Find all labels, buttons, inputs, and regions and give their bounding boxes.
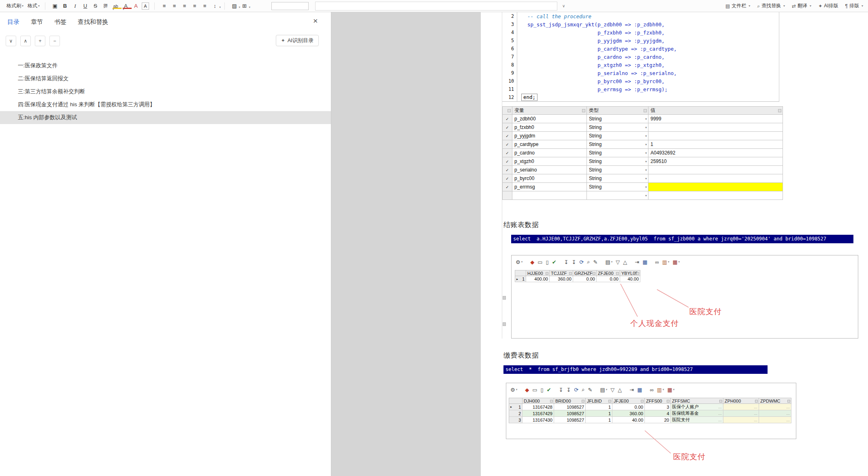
ai-recognize-toc-button[interactable]: ✦ AI识别目录 xyxy=(276,35,319,46)
ellipsis-button[interactable]: … xyxy=(754,412,757,416)
type-dropdown-icon[interactable]: ▾ xyxy=(645,143,647,146)
tab-toc[interactable]: 目录 xyxy=(7,18,19,26)
column-header[interactable]: BRID00 xyxy=(554,398,586,404)
cell[interactable]: 360.00 xyxy=(550,276,573,282)
param-row-checkbox[interactable]: ✓ xyxy=(503,174,512,183)
column-header[interactable]: HJJE00 xyxy=(526,270,550,276)
cell[interactable]: … xyxy=(759,417,791,423)
param-type-cell[interactable]: String▾ xyxy=(587,174,648,183)
close-icon[interactable]: ✕ xyxy=(313,17,318,25)
toc-item[interactable]: 三:第三方结算余额补交判断 xyxy=(0,85,331,98)
cell[interactable]: 40.00 xyxy=(612,417,645,423)
view-mode-icon[interactable]: ▤ xyxy=(600,387,607,393)
align-distribute-icon[interactable]: ≡ xyxy=(200,2,209,10)
param-header-variable[interactable]: 变量 xyxy=(512,107,587,115)
tab-find-replace[interactable]: 查找和替换 xyxy=(78,18,108,26)
param-row[interactable]: ✓p_serialnoString▾ xyxy=(503,166,783,174)
chart-icon[interactable]: ▥ xyxy=(657,387,664,393)
cell[interactable]: 1 xyxy=(586,404,612,410)
type-dropdown-icon[interactable]: ▾ xyxy=(645,160,647,163)
format-button[interactable]: 格式 ▾ xyxy=(28,2,40,9)
param-row-checkbox[interactable]: ✓ xyxy=(503,183,512,191)
tab-bookmarks[interactable]: 书签 xyxy=(54,18,66,26)
strikethrough-icon[interactable]: S xyxy=(91,2,100,10)
cell[interactable]: 1098527 xyxy=(554,404,586,410)
insert-record-icon[interactable]: ▭ xyxy=(537,259,542,265)
phonetic-guide-icon[interactable]: 拼 xyxy=(101,2,110,10)
ellipsis-button[interactable]: … xyxy=(718,418,722,422)
param-row[interactable]: ✓p_cardnoString▾A04932692 xyxy=(503,149,783,157)
param-type-cell[interactable]: ▾ xyxy=(587,191,648,200)
line-spacing-icon[interactable]: ↕ xyxy=(211,2,219,10)
cell[interactable]: 医保个人账户… xyxy=(671,404,723,410)
search-icon[interactable]: ⌕ xyxy=(587,259,590,265)
commit-icon[interactable]: ✔ xyxy=(552,259,557,265)
gallery-chevron-icon[interactable]: ∨ xyxy=(562,4,565,8)
param-name-cell[interactable]: p_xtgzh0 xyxy=(512,157,587,166)
type-dropdown-icon[interactable]: ▾ xyxy=(645,134,647,138)
param-type-cell[interactable]: String▾ xyxy=(587,132,648,140)
lock-icon[interactable]: ◆ xyxy=(530,259,534,265)
align-right-icon[interactable]: ≡ xyxy=(180,2,189,10)
table-row[interactable]: ▸113167428109852710.003医保个人账户……… xyxy=(509,404,791,410)
param-row[interactable]: ✓p_yyjgdmString▾ xyxy=(503,132,783,140)
param-type-cell[interactable]: String▾ xyxy=(587,123,648,132)
font-color-icon[interactable]: A xyxy=(122,2,130,10)
cell[interactable]: … xyxy=(723,417,759,423)
param-row[interactable]: ✓p_zdbh00String▾9999 xyxy=(503,115,783,123)
type-dropdown-icon[interactable]: ▾ xyxy=(645,185,647,189)
ellipsis-button[interactable]: … xyxy=(786,405,790,409)
sql-editor[interactable]: 2 -- call the procedure3 sp_sst_jsdp_jsm… xyxy=(502,12,779,102)
param-row-checkbox[interactable]: ✓ xyxy=(503,157,512,166)
sort-ascending-icon[interactable]: △ xyxy=(618,387,622,393)
refresh-icon[interactable]: ⟳ xyxy=(579,259,584,265)
param-name-cell[interactable]: p_byrc00 xyxy=(512,174,587,183)
settlement-sql-text[interactable]: select a.HJJE00,TCJJZF,GRZHZF,a.ZFJE00,y… xyxy=(511,235,853,243)
cell[interactable]: 400.00 xyxy=(526,276,550,282)
ellipsis-button[interactable]: … xyxy=(754,405,757,409)
sort-descending-icon[interactable]: ▽ xyxy=(610,387,614,393)
style-gallery[interactable] xyxy=(315,2,557,11)
param-name-cell[interactable]: p_cardtype xyxy=(512,140,587,149)
param-value-cell[interactable] xyxy=(648,166,783,174)
cell[interactable]: 40.00 xyxy=(620,276,640,282)
cell[interactable]: 20 xyxy=(645,417,671,423)
align-justify-icon[interactable]: ≡ xyxy=(190,2,199,10)
column-header[interactable]: JFLBID xyxy=(586,398,612,404)
align-left-icon[interactable]: ≡ xyxy=(160,2,168,10)
column-header[interactable]: DJH000 xyxy=(523,398,554,404)
param-row-checkbox[interactable]: ✓ xyxy=(503,115,512,123)
first-record-icon[interactable]: ↧ xyxy=(559,387,563,393)
param-row[interactable]: ✓p_errmsgString▾ xyxy=(503,183,783,191)
toc-item[interactable]: 一:医保政策文件 xyxy=(0,59,331,72)
cell[interactable]: 4 xyxy=(645,410,671,417)
toc-item[interactable]: 二:医保结算返回报文 xyxy=(0,72,331,85)
ellipsis-button[interactable]: … xyxy=(718,405,722,409)
param-value-cell[interactable]: 1 xyxy=(648,140,783,149)
sort-descending-icon[interactable]: ▽ xyxy=(616,259,620,265)
link-icon[interactable]: ∞ xyxy=(655,259,659,265)
param-value-cell[interactable] xyxy=(648,132,783,140)
column-header[interactable]: ZFFSMC xyxy=(671,398,723,404)
cell[interactable]: 13167428 xyxy=(523,404,554,410)
param-value-cell[interactable] xyxy=(648,174,783,183)
first-record-icon[interactable]: ↧ xyxy=(564,259,569,265)
type-dropdown-icon[interactable]: ▾ xyxy=(645,126,647,129)
highlight-color-icon[interactable]: ab xyxy=(111,2,120,10)
duplicate-record-icon[interactable]: ▯ xyxy=(540,387,543,393)
param-header-type[interactable]: 类型 xyxy=(587,107,648,115)
param-type-cell[interactable]: String▾ xyxy=(587,149,648,157)
row-selector[interactable]: ▸1 xyxy=(509,404,523,410)
ai-layout-button[interactable]: ✦AI排版▾ xyxy=(818,2,838,9)
cell[interactable]: 0.00 xyxy=(573,276,597,282)
refresh-icon[interactable]: ⟳ xyxy=(574,387,578,393)
param-row-checkbox[interactable]: ✓ xyxy=(503,132,512,140)
translate-button[interactable]: ⇄翻译▾ xyxy=(792,2,811,9)
type-dropdown-icon[interactable]: ▾ xyxy=(645,177,647,180)
param-row[interactable]: ▾ xyxy=(503,191,783,200)
column-header[interactable]: JFJE00 xyxy=(612,398,645,404)
column-header[interactable]: YBYL05 xyxy=(620,270,640,276)
align-center-icon[interactable]: ≡ xyxy=(170,2,179,10)
toc-item[interactable]: 四:医保现金支付通过 his 来判断【需授权给第三方调用】 xyxy=(0,98,331,111)
column-header[interactable]: ZPH000 xyxy=(723,398,759,404)
